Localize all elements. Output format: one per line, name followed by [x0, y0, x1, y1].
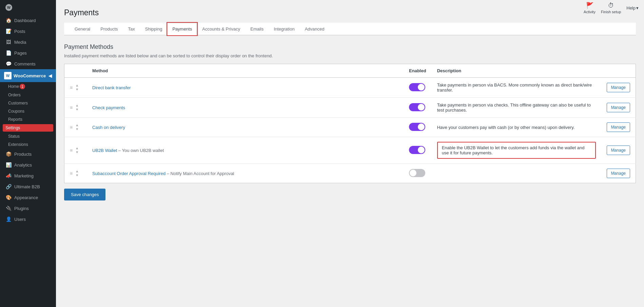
arrow-up-icon[interactable]: ▲: [75, 170, 79, 173]
tab-advanced[interactable]: Advanced: [300, 23, 330, 35]
drag-handle-icon[interactable]: ≡: [70, 171, 73, 176]
method-name-link[interactable]: UB2B Wallet: [92, 148, 117, 153]
manage-button[interactable]: Manage: [607, 169, 630, 178]
sidebar-subitem-coupons[interactable]: Coupons: [0, 107, 56, 115]
users-icon: 👤: [5, 216, 12, 222]
drag-handle-icon[interactable]: ≡: [70, 124, 73, 130]
enable-toggle[interactable]: [409, 103, 425, 111]
method-name-link[interactable]: Direct bank transfer: [92, 85, 131, 90]
enabled-cell: [404, 164, 432, 183]
tab-accounts[interactable]: Accounts & Privacy: [197, 23, 245, 35]
manage-button[interactable]: Manage: [607, 103, 630, 112]
woo-icon: W: [4, 72, 12, 79]
sidebar-item-ultimateb2b[interactable]: 🔗 Ultimate B2B: [0, 181, 56, 192]
drag-handle-icon[interactable]: ≡: [70, 105, 73, 110]
sidebar-item-appearance[interactable]: 🎨 Appearance: [0, 192, 56, 203]
controls-cell: ≡ ▲ ▼: [70, 84, 81, 91]
marketing-icon: 📣: [5, 173, 12, 178]
description-cell: Enable the UB2B Wallet to let the custom…: [432, 137, 601, 164]
enable-toggle[interactable]: [409, 83, 425, 91]
sidebar-subitem-orders[interactable]: Orders: [0, 91, 56, 99]
arrow-down-icon[interactable]: ▼: [75, 174, 79, 177]
sidebar-label-marketing: Marketing: [14, 173, 34, 178]
dashboard-icon: 🏠: [5, 18, 12, 23]
sidebar-subitem-settings[interactable]: Settings: [3, 124, 53, 132]
content-area: Payments General Products Tax Shipping P…: [56, 0, 644, 206]
subitem-label-coupons: Coupons: [8, 109, 24, 114]
arrow-up-icon[interactable]: ▲: [75, 123, 79, 127]
ultimateb2b-icon: 🔗: [5, 184, 12, 189]
sidebar-item-media[interactable]: 🖼 Media: [0, 37, 56, 47]
manage-button[interactable]: Manage: [607, 83, 630, 92]
arrow-down-icon[interactable]: ▼: [75, 108, 79, 111]
sidebar-subitem-extensions[interactable]: Extensions: [0, 140, 56, 149]
sidebar-subitem-home[interactable]: Home 1: [0, 82, 56, 91]
tab-payments[interactable]: Payments: [167, 23, 197, 35]
manage-button[interactable]: Manage: [607, 122, 630, 132]
posts-icon: 📝: [5, 28, 12, 34]
sidebar-label-users: Users: [14, 217, 26, 222]
drag-handle-icon[interactable]: ≡: [70, 148, 73, 153]
arrow-up-icon[interactable]: ▲: [75, 147, 79, 150]
sidebar-subitem-customers[interactable]: Customers: [0, 99, 56, 107]
sidebar-item-plugins[interactable]: 🔌 Plugins: [0, 203, 56, 214]
enable-toggle[interactable]: [409, 123, 425, 131]
col-controls: [64, 64, 87, 78]
arrow-down-icon[interactable]: ▼: [75, 128, 79, 131]
sidebar-item-posts[interactable]: 📝 Posts: [0, 26, 56, 37]
action-cell: Manage: [601, 164, 636, 183]
sidebar-subitem-status[interactable]: Status: [0, 132, 56, 140]
sidebar-item-users[interactable]: 👤 Users: [0, 214, 56, 225]
sidebar-label-pages: Pages: [14, 51, 27, 56]
method-subtitle: – Notify Main Account for Approval: [167, 171, 234, 176]
sidebar-item-pages[interactable]: 📄 Pages: [0, 47, 56, 58]
sidebar-item-woocommerce[interactable]: W WooCommerce ◀: [0, 69, 56, 82]
method-name-link[interactable]: Cash on delivery: [92, 125, 125, 130]
tab-emails[interactable]: Emails: [245, 23, 269, 35]
sidebar-item-analytics[interactable]: 📊 Analytics: [0, 159, 56, 170]
sidebar-item-products[interactable]: 📦 Products: [0, 149, 56, 159]
method-name-cell: Cash on delivery: [87, 118, 404, 137]
help-button[interactable]: Help ▾: [626, 5, 639, 11]
sidebar-item-comments[interactable]: 💬 Comments: [0, 58, 56, 69]
help-label: Help: [626, 5, 636, 11]
activity-label: Activity: [584, 10, 596, 14]
method-name-link[interactable]: Subaccount Order Approval Required: [92, 171, 165, 176]
subitem-label-customers: Customers: [8, 101, 28, 105]
appearance-icon: 🎨: [5, 195, 12, 200]
finish-setup-button[interactable]: ⏱ Finish setup: [601, 2, 621, 14]
sort-arrows: ▲ ▼: [75, 147, 79, 154]
manage-button[interactable]: Manage: [607, 146, 630, 155]
tab-shipping[interactable]: Shipping: [140, 23, 168, 35]
action-cell: Manage: [601, 137, 636, 164]
home-badge: 1: [20, 84, 25, 89]
tab-integration[interactable]: Integration: [269, 23, 299, 35]
enabled-cell: [404, 137, 432, 164]
method-name-link[interactable]: Check payments: [92, 105, 125, 110]
controls-cell: ≡ ▲ ▼: [70, 170, 81, 177]
arrow-down-icon[interactable]: ▼: [75, 151, 79, 154]
drag-handle-icon[interactable]: ≡: [70, 85, 73, 90]
enabled-cell: [404, 78, 432, 98]
description-text: Take payments in person via checks. This…: [437, 102, 591, 113]
action-cell: Manage: [601, 118, 636, 137]
enable-toggle[interactable]: [409, 169, 425, 177]
arrow-up-icon[interactable]: ▲: [75, 84, 79, 87]
enable-toggle[interactable]: [409, 146, 425, 154]
sidebar-item-marketing[interactable]: 📣 Marketing: [0, 170, 56, 181]
tab-tax[interactable]: Tax: [123, 23, 140, 35]
sidebar-subitem-reports[interactable]: Reports: [0, 115, 56, 123]
sort-arrows: ▲ ▼: [75, 170, 79, 177]
arrow-down-icon[interactable]: ▼: [75, 88, 79, 91]
description-cell: Take payments in person via BACS. More c…: [432, 78, 601, 98]
subitem-label-home: Home: [8, 84, 19, 89]
arrow-up-icon[interactable]: ▲: [75, 104, 79, 107]
save-changes-button[interactable]: Save changes: [64, 189, 105, 200]
tab-products[interactable]: Products: [95, 23, 123, 35]
activity-button[interactable]: 🚩 Activity: [584, 2, 596, 14]
action-cell: Manage: [601, 98, 636, 118]
subitem-label-settings: Settings: [5, 126, 20, 130]
sidebar-label-appearance: Appearance: [14, 195, 38, 200]
tab-general[interactable]: General: [70, 23, 95, 35]
sidebar-item-dashboard[interactable]: 🏠 Dashboard: [0, 15, 56, 26]
